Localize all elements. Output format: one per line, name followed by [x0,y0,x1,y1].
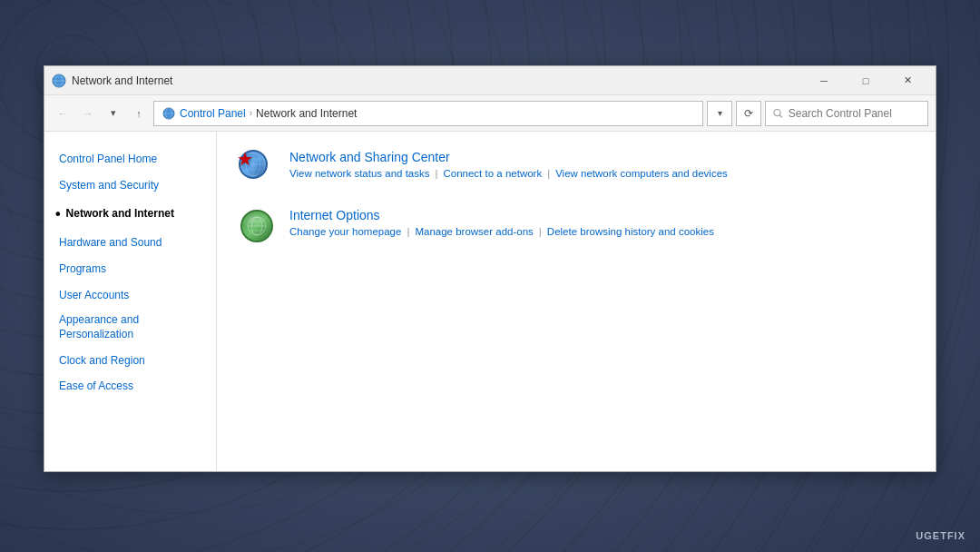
search-input[interactable] [789,107,920,120]
sidebar-item-clock-and-region[interactable]: Clock and Region [44,348,216,374]
sidebar-item-appearance-and-personalization[interactable]: Appearance and Personalization [44,308,216,347]
sidebar-item-label: Hardware and Sound [59,235,162,251]
refresh-button[interactable]: ⟳ [736,101,761,126]
title-bar: Network and Internet ─ □ ✕ [44,66,936,95]
up-icon: ↑ [136,108,142,119]
search-box [765,101,928,126]
view-network-computers-link[interactable]: View network computers and devices [555,168,728,179]
link-separator-1: | [435,168,437,179]
main-content: Control Panel Home System and Security N… [44,132,936,471]
network-sharing-center-info: Network and Sharing Center View network … [289,150,728,179]
sidebar-item-label: Network and Internet [66,206,174,222]
sidebar-item-label: User Accounts [59,288,129,303]
sidebar-item-ease-of-access[interactable]: Ease of Access [44,373,216,399]
breadcrumb-separator: › [250,108,252,118]
forward-icon: → [83,108,93,119]
sidebar-item-label: Clock and Region [59,353,145,369]
sidebar-item-network-and-internet: Network and Internet [44,199,216,230]
sidebar-item-label: Ease of Access [59,379,133,394]
network-sharing-center-icon: ★ [239,150,275,186]
breadcrumb-control-panel[interactable]: Control Panel [180,107,246,120]
sidebar-item-programs[interactable]: Programs [44,256,216,282]
title-bar-controls: ─ □ ✕ [803,66,928,95]
network-sharing-center-links: View network status and tasks | Connect … [289,168,728,179]
internet-options-item: Internet Options Change your homepage | … [239,208,914,244]
link-separator-2: | [547,168,550,179]
breadcrumb: Control Panel › Network and Internet [153,101,703,126]
view-network-status-link[interactable]: View network status and tasks [289,168,429,179]
network-sharing-center-item: ★ Network and Sharing Center View networ… [239,150,914,186]
change-homepage-link[interactable]: Change your homepage [289,226,401,237]
internet-options-globe-icon [240,210,273,242]
sidebar-item-user-accounts[interactable]: User Accounts [44,282,216,309]
address-dropdown-button[interactable]: ▾ [707,101,732,126]
search-icon [773,108,783,119]
star-icon: ★ [237,148,253,170]
link-separator-4: | [539,226,542,237]
manage-addons-link[interactable]: Manage browser add-ons [415,226,533,237]
close-button[interactable]: ✕ [887,66,928,95]
delete-history-link[interactable]: Delete browsing history and cookies [547,226,714,237]
sidebar-item-label: System and Security [59,178,159,193]
ns-composite-icon: ★ [239,150,275,186]
back-icon: ← [58,108,68,119]
sidebar-item-label: Control Panel Home [59,152,157,167]
window-title: Network and Internet [72,74,172,87]
dropdown-nav-icon: ▾ [111,107,116,119]
sidebar-item-system-and-security[interactable]: System and Security [44,172,216,199]
breadcrumb-globe-icon [162,106,176,121]
watermark: UGETFIX [916,530,965,541]
internet-options-info: Internet Options Change your homepage | … [289,208,714,237]
svg-line-9 [779,114,782,117]
network-sharing-center-title[interactable]: Network and Sharing Center [289,150,728,164]
window-icon [52,74,66,88]
breadcrumb-current: Network and Internet [256,107,357,120]
sidebar-item-label: Programs [59,261,106,277]
sidebar: Control Panel Home System and Security N… [44,132,217,471]
forward-button[interactable]: → [77,103,99,124]
sidebar-item-label: Appearance and Personalization [59,313,201,341]
refresh-icon: ⟳ [744,107,753,120]
sidebar-item-hardware-and-sound[interactable]: Hardware and Sound [44,230,216,256]
svg-point-8 [774,109,780,115]
up-button[interactable]: ↑ [128,103,150,124]
maximize-button[interactable]: □ [845,66,887,95]
content-pane: ★ Network and Sharing Center View networ… [217,132,936,471]
internet-options-links: Change your homepage | Manage browser ad… [289,226,714,237]
control-panel-window: Network and Internet ─ □ ✕ ← → ▾ ↑ [44,65,936,472]
title-bar-left: Network and Internet [52,74,172,88]
connect-to-network-link[interactable]: Connect to a network [443,168,542,179]
sidebar-item-control-panel-home[interactable]: Control Panel Home [44,146,216,172]
internet-options-icon [239,208,275,244]
link-separator-3: | [407,226,409,237]
address-bar: ← → ▾ ↑ Control Panel › Network and Inte… [44,95,936,132]
back-button[interactable]: ← [52,103,74,124]
dropdown-nav-button[interactable]: ▾ [103,103,124,124]
minimize-button[interactable]: ─ [803,66,845,95]
internet-options-title[interactable]: Internet Options [289,208,714,222]
dropdown-arrow-icon: ▾ [718,108,722,118]
